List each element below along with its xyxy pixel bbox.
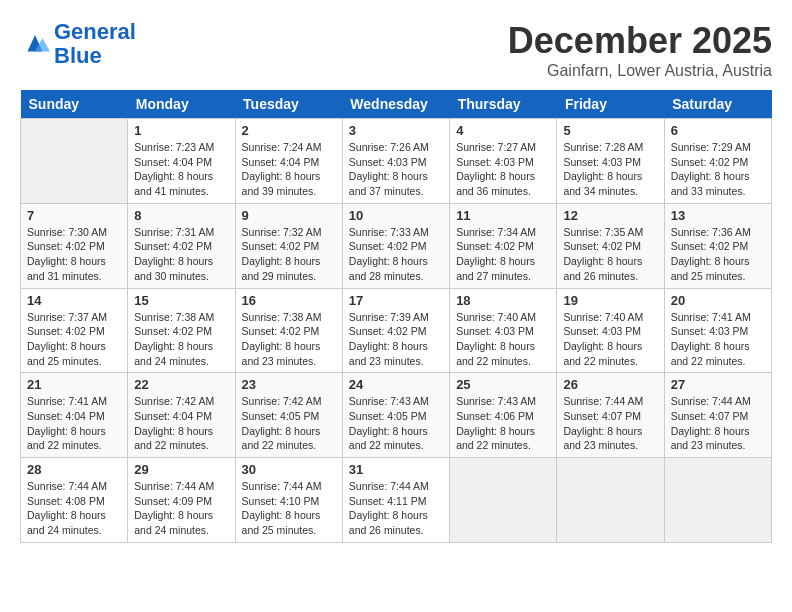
logo: General Blue [20, 20, 136, 68]
day-number: 16 [242, 293, 336, 308]
day-number: 3 [349, 123, 443, 138]
logo-icon [20, 29, 50, 59]
day-info: Sunrise: 7:44 AMSunset: 4:08 PMDaylight:… [27, 479, 121, 538]
calendar-cell: 16Sunrise: 7:38 AMSunset: 4:02 PMDayligh… [235, 288, 342, 373]
weekday-header-thursday: Thursday [450, 90, 557, 119]
day-number: 11 [456, 208, 550, 223]
calendar-cell: 4Sunrise: 7:27 AMSunset: 4:03 PMDaylight… [450, 119, 557, 204]
calendar-cell: 24Sunrise: 7:43 AMSunset: 4:05 PMDayligh… [342, 373, 449, 458]
day-info: Sunrise: 7:32 AMSunset: 4:02 PMDaylight:… [242, 225, 336, 284]
calendar-cell: 30Sunrise: 7:44 AMSunset: 4:10 PMDayligh… [235, 458, 342, 543]
weekday-header-monday: Monday [128, 90, 235, 119]
day-number: 28 [27, 462, 121, 477]
day-number: 1 [134, 123, 228, 138]
day-number: 6 [671, 123, 765, 138]
day-number: 26 [563, 377, 657, 392]
weekday-header-row: SundayMondayTuesdayWednesdayThursdayFrid… [21, 90, 772, 119]
calendar-cell: 1Sunrise: 7:23 AMSunset: 4:04 PMDaylight… [128, 119, 235, 204]
day-number: 21 [27, 377, 121, 392]
weekday-header-wednesday: Wednesday [342, 90, 449, 119]
calendar-cell: 10Sunrise: 7:33 AMSunset: 4:02 PMDayligh… [342, 203, 449, 288]
day-number: 20 [671, 293, 765, 308]
calendar-week-1: 1Sunrise: 7:23 AMSunset: 4:04 PMDaylight… [21, 119, 772, 204]
day-info: Sunrise: 7:27 AMSunset: 4:03 PMDaylight:… [456, 140, 550, 199]
weekday-header-tuesday: Tuesday [235, 90, 342, 119]
calendar-week-3: 14Sunrise: 7:37 AMSunset: 4:02 PMDayligh… [21, 288, 772, 373]
calendar-cell: 6Sunrise: 7:29 AMSunset: 4:02 PMDaylight… [664, 119, 771, 204]
day-number: 31 [349, 462, 443, 477]
calendar-header: SundayMondayTuesdayWednesdayThursdayFrid… [21, 90, 772, 119]
calendar-cell: 17Sunrise: 7:39 AMSunset: 4:02 PMDayligh… [342, 288, 449, 373]
logo-line1: General [54, 19, 136, 44]
day-info: Sunrise: 7:44 AMSunset: 4:07 PMDaylight:… [671, 394, 765, 453]
calendar-cell [557, 458, 664, 543]
calendar-cell: 9Sunrise: 7:32 AMSunset: 4:02 PMDaylight… [235, 203, 342, 288]
calendar-cell: 8Sunrise: 7:31 AMSunset: 4:02 PMDaylight… [128, 203, 235, 288]
day-number: 24 [349, 377, 443, 392]
calendar-cell: 12Sunrise: 7:35 AMSunset: 4:02 PMDayligh… [557, 203, 664, 288]
calendar-cell [21, 119, 128, 204]
day-info: Sunrise: 7:41 AMSunset: 4:04 PMDaylight:… [27, 394, 121, 453]
day-info: Sunrise: 7:44 AMSunset: 4:10 PMDaylight:… [242, 479, 336, 538]
calendar-cell: 5Sunrise: 7:28 AMSunset: 4:03 PMDaylight… [557, 119, 664, 204]
day-number: 27 [671, 377, 765, 392]
calendar-table: SundayMondayTuesdayWednesdayThursdayFrid… [20, 90, 772, 543]
day-info: Sunrise: 7:43 AMSunset: 4:06 PMDaylight:… [456, 394, 550, 453]
logo-line2: Blue [54, 43, 102, 68]
day-number: 2 [242, 123, 336, 138]
calendar-body: 1Sunrise: 7:23 AMSunset: 4:04 PMDaylight… [21, 119, 772, 543]
calendar-week-4: 21Sunrise: 7:41 AMSunset: 4:04 PMDayligh… [21, 373, 772, 458]
day-number: 12 [563, 208, 657, 223]
calendar-cell: 14Sunrise: 7:37 AMSunset: 4:02 PMDayligh… [21, 288, 128, 373]
day-info: Sunrise: 7:28 AMSunset: 4:03 PMDaylight:… [563, 140, 657, 199]
calendar-cell [664, 458, 771, 543]
calendar-cell: 27Sunrise: 7:44 AMSunset: 4:07 PMDayligh… [664, 373, 771, 458]
day-info: Sunrise: 7:29 AMSunset: 4:02 PMDaylight:… [671, 140, 765, 199]
day-info: Sunrise: 7:44 AMSunset: 4:07 PMDaylight:… [563, 394, 657, 453]
day-number: 8 [134, 208, 228, 223]
calendar-cell: 22Sunrise: 7:42 AMSunset: 4:04 PMDayligh… [128, 373, 235, 458]
day-info: Sunrise: 7:38 AMSunset: 4:02 PMDaylight:… [242, 310, 336, 369]
calendar-cell: 28Sunrise: 7:44 AMSunset: 4:08 PMDayligh… [21, 458, 128, 543]
day-info: Sunrise: 7:41 AMSunset: 4:03 PMDaylight:… [671, 310, 765, 369]
day-info: Sunrise: 7:26 AMSunset: 4:03 PMDaylight:… [349, 140, 443, 199]
calendar-week-2: 7Sunrise: 7:30 AMSunset: 4:02 PMDaylight… [21, 203, 772, 288]
day-info: Sunrise: 7:43 AMSunset: 4:05 PMDaylight:… [349, 394, 443, 453]
day-info: Sunrise: 7:37 AMSunset: 4:02 PMDaylight:… [27, 310, 121, 369]
calendar-cell: 26Sunrise: 7:44 AMSunset: 4:07 PMDayligh… [557, 373, 664, 458]
day-info: Sunrise: 7:33 AMSunset: 4:02 PMDaylight:… [349, 225, 443, 284]
day-info: Sunrise: 7:36 AMSunset: 4:02 PMDaylight:… [671, 225, 765, 284]
calendar-week-5: 28Sunrise: 7:44 AMSunset: 4:08 PMDayligh… [21, 458, 772, 543]
day-number: 17 [349, 293, 443, 308]
day-number: 22 [134, 377, 228, 392]
day-number: 13 [671, 208, 765, 223]
day-number: 7 [27, 208, 121, 223]
day-info: Sunrise: 7:30 AMSunset: 4:02 PMDaylight:… [27, 225, 121, 284]
logo-text: General Blue [54, 20, 136, 68]
weekday-header-friday: Friday [557, 90, 664, 119]
title-section: December 2025 Gainfarn, Lower Austria, A… [508, 20, 772, 80]
location: Gainfarn, Lower Austria, Austria [508, 62, 772, 80]
day-info: Sunrise: 7:42 AMSunset: 4:05 PMDaylight:… [242, 394, 336, 453]
day-number: 18 [456, 293, 550, 308]
calendar-cell: 31Sunrise: 7:44 AMSunset: 4:11 PMDayligh… [342, 458, 449, 543]
calendar-cell: 7Sunrise: 7:30 AMSunset: 4:02 PMDaylight… [21, 203, 128, 288]
day-number: 9 [242, 208, 336, 223]
weekday-header-sunday: Sunday [21, 90, 128, 119]
calendar-cell [450, 458, 557, 543]
day-info: Sunrise: 7:23 AMSunset: 4:04 PMDaylight:… [134, 140, 228, 199]
calendar-cell: 13Sunrise: 7:36 AMSunset: 4:02 PMDayligh… [664, 203, 771, 288]
calendar-cell: 25Sunrise: 7:43 AMSunset: 4:06 PMDayligh… [450, 373, 557, 458]
day-info: Sunrise: 7:40 AMSunset: 4:03 PMDaylight:… [456, 310, 550, 369]
day-number: 5 [563, 123, 657, 138]
page-header: General Blue December 2025 Gainfarn, Low… [20, 20, 772, 80]
day-info: Sunrise: 7:31 AMSunset: 4:02 PMDaylight:… [134, 225, 228, 284]
day-info: Sunrise: 7:34 AMSunset: 4:02 PMDaylight:… [456, 225, 550, 284]
day-number: 30 [242, 462, 336, 477]
day-info: Sunrise: 7:24 AMSunset: 4:04 PMDaylight:… [242, 140, 336, 199]
calendar-cell: 21Sunrise: 7:41 AMSunset: 4:04 PMDayligh… [21, 373, 128, 458]
calendar-cell: 29Sunrise: 7:44 AMSunset: 4:09 PMDayligh… [128, 458, 235, 543]
day-info: Sunrise: 7:40 AMSunset: 4:03 PMDaylight:… [563, 310, 657, 369]
day-info: Sunrise: 7:44 AMSunset: 4:11 PMDaylight:… [349, 479, 443, 538]
day-number: 29 [134, 462, 228, 477]
